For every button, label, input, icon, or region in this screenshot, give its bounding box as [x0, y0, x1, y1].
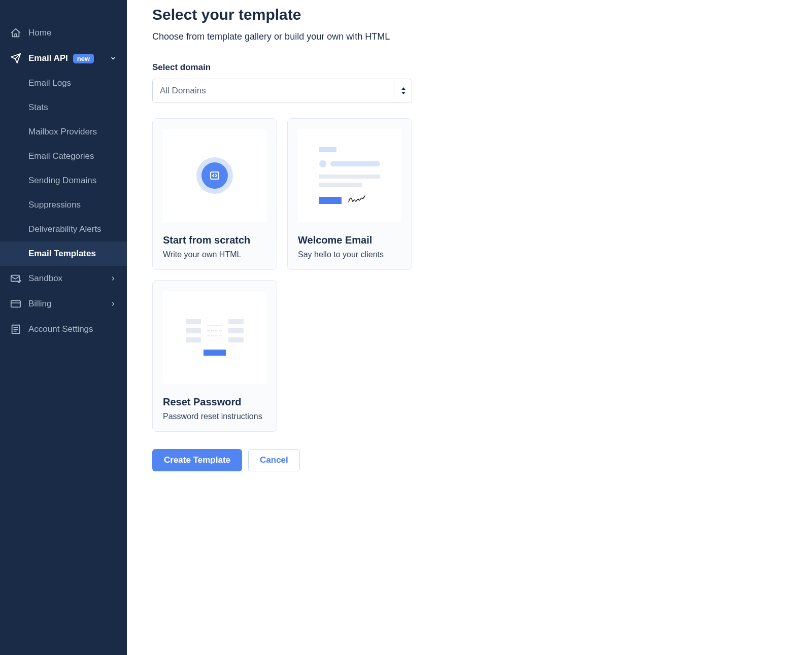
page-title: Select your template	[152, 6, 787, 23]
template-title: Welcome Email	[298, 234, 401, 246]
sidebar-item-mailbox-providers[interactable]: Mailbox Providers	[0, 120, 127, 144]
template-card-reset-password[interactable]: Reset Password Password reset instructio…	[152, 280, 277, 432]
create-template-button[interactable]: Create Template	[152, 449, 242, 471]
template-preview	[298, 129, 401, 222]
chevron-right-icon	[110, 275, 117, 282]
template-desc: Say hello to your clients	[298, 250, 401, 259]
domain-select-value: All Domains	[160, 86, 206, 96]
document-icon	[10, 324, 21, 335]
template-card-scratch[interactable]: Start from scratch Write your own HTML	[152, 118, 277, 270]
sidebar-item-label: Email Templates	[28, 249, 96, 258]
svg-rect-9	[211, 172, 219, 179]
sidebar-item-deliverability-alerts[interactable]: Deliverability Alerts	[0, 217, 127, 242]
template-preview	[163, 291, 266, 384]
sidebar-item-label: Billing	[28, 299, 51, 309]
sidebar-item-label: Sandbox	[28, 273, 62, 284]
sidebar-item-suppressions[interactable]: Suppressions	[0, 193, 127, 217]
template-title: Reset Password	[163, 396, 266, 408]
domain-select-wrap: All Domains	[152, 79, 412, 103]
template-desc: Password reset instructions	[163, 412, 266, 421]
welcome-preview-graphic	[319, 147, 380, 204]
domain-select[interactable]: All Domains	[152, 79, 412, 103]
action-buttons: Create Template Cancel	[152, 449, 787, 471]
scratch-icon-outer	[196, 157, 233, 194]
code-icon	[201, 162, 228, 189]
page-subtitle: Choose from template gallery or build yo…	[152, 31, 787, 42]
svg-rect-0	[11, 275, 20, 282]
home-icon	[10, 27, 21, 39]
new-badge: new	[73, 54, 94, 63]
template-preview	[163, 129, 266, 222]
sidebar-item-stats[interactable]: Stats	[0, 95, 127, 120]
cancel-button[interactable]: Cancel	[248, 449, 300, 471]
domain-field-label: Select domain	[152, 62, 787, 73]
template-card-welcome[interactable]: Welcome Email Say hello to your clients	[287, 118, 412, 270]
sidebar-item-label: Email Logs	[28, 78, 71, 88]
sidebar-item-label: Email API	[28, 53, 68, 63]
sidebar-item-email-categories[interactable]: Email Categories	[0, 144, 127, 168]
sidebar-item-label: Account Settings	[28, 324, 93, 334]
sidebar: Home Email API new Email Logs Stats Mail…	[0, 0, 127, 655]
sidebar-item-sandbox[interactable]: Sandbox	[0, 266, 127, 291]
signature-icon	[348, 194, 366, 204]
sidebar-item-home[interactable]: Home	[0, 20, 127, 46]
reset-preview-graphic	[179, 319, 250, 356]
sidebar-item-label: Stats	[28, 102, 48, 112]
chevron-down-icon	[110, 55, 117, 62]
sidebar-item-billing[interactable]: Billing	[0, 291, 127, 317]
mail-check-icon	[10, 273, 21, 284]
sidebar-item-email-templates[interactable]: Email Templates	[0, 242, 127, 266]
sidebar-item-label: Email Categories	[28, 151, 94, 161]
sidebar-item-label: Suppressions	[28, 200, 81, 210]
sidebar-item-email-logs[interactable]: Email Logs	[0, 71, 127, 95]
credit-card-icon	[10, 298, 21, 309]
sidebar-subnav-email-api: Email Logs Stats Mailbox Providers Email…	[0, 71, 127, 266]
template-title: Start from scratch	[163, 234, 266, 246]
sidebar-item-label: Mailbox Providers	[28, 127, 97, 136]
sidebar-item-label: Sending Domains	[28, 176, 96, 185]
svg-rect-1	[11, 301, 20, 307]
sidebar-item-sending-domains[interactable]: Sending Domains	[0, 168, 127, 193]
template-desc: Write your own HTML	[163, 250, 266, 259]
sidebar-item-label: Home	[28, 28, 51, 38]
chevron-right-icon	[110, 300, 117, 307]
sidebar-item-account-settings[interactable]: Account Settings	[0, 317, 127, 342]
sidebar-item-email-api[interactable]: Email API new	[0, 46, 127, 71]
sidebar-item-label: Deliverability Alerts	[28, 224, 101, 234]
main-content: Select your template Choose from templat…	[127, 0, 812, 655]
send-icon	[10, 53, 21, 64]
template-cards: Start from scratch Write your own HTML	[152, 118, 426, 432]
